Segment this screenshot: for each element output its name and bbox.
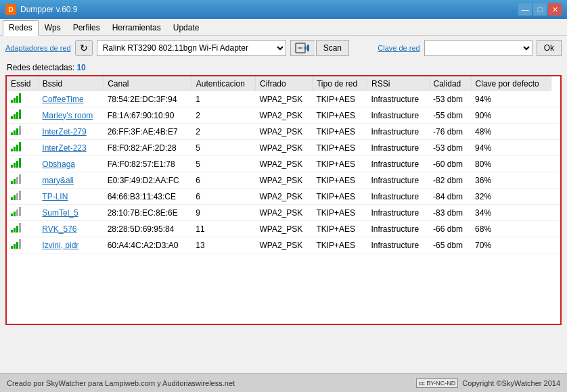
table-row[interactable]: TP-LIN64:66:B3:11:43:CE6WPA2_PSKTKIP+AES… — [7, 189, 560, 205]
maximize-button[interactable]: □ — [533, 3, 547, 16]
signal-cell — [7, 156, 38, 172]
bssid-cell: F8:F0:82:AF:2D:28 — [104, 140, 192, 156]
canal-cell: 9 — [191, 205, 255, 221]
bssid-cell: E0:3F:49:D2:AA:FC — [104, 172, 192, 189]
calidad-cell: 70% — [471, 237, 551, 253]
bssid-cell: 26:FF:3F:AE:4B:E7 — [104, 124, 192, 140]
rssi-cell: -53 dbm — [429, 140, 471, 156]
calidad-cell: 94% — [471, 140, 551, 156]
col-header-autenticacion: Autenticacion — [191, 76, 255, 91]
col-header-rssi: RSSi — [367, 76, 430, 91]
footer-right: cc BY-NC-ND Copyright ©SkyWatcher 2014 — [416, 378, 560, 388]
essid-cell[interactable]: Obshaga — [38, 156, 103, 172]
footer-copyright: Copyright ©SkyWatcher 2014 — [462, 379, 560, 387]
menu-item-herramientas[interactable]: Herramientas — [106, 20, 167, 35]
rssi-cell: -55 dbm — [429, 107, 471, 124]
essid-cell[interactable]: TP-LIN — [38, 189, 103, 205]
clave-cell — [551, 140, 560, 156]
canal-cell: 5 — [191, 156, 255, 172]
bssid-cell: F8:1A:67:90:10:90 — [104, 107, 192, 124]
network-table: EssidBssidCanalAutenticacionCifradoTipo … — [7, 76, 560, 253]
scan-button[interactable]: Scan — [316, 40, 349, 56]
auth-cell: WPA2_PSK — [255, 156, 312, 172]
close-button[interactable]: ✕ — [548, 3, 562, 16]
canal-cell: 6 — [191, 172, 255, 189]
signal-cell — [7, 91, 38, 107]
calidad-cell: 68% — [471, 221, 551, 237]
table-row[interactable]: mary&aliE0:3F:49:D2:AA:FC6WPA2_PSKTKIP+A… — [7, 172, 560, 189]
tipo-cell: Infrastructure — [367, 91, 430, 107]
essid-cell[interactable]: RVK_576 — [38, 221, 103, 237]
menu-item-wps[interactable]: Wps — [39, 20, 67, 35]
footer: Creado por SkyWatcher para Lampiweb.com … — [0, 373, 567, 392]
essid-cell[interactable]: InterZet-223 — [38, 140, 103, 156]
table-row[interactable]: InterZet-223F8:F0:82:AF:2D:285WPA2_PSKTK… — [7, 140, 560, 156]
tipo-cell: Infrastructure — [367, 156, 430, 172]
rssi-cell: -84 dbm — [429, 189, 471, 205]
auth-cell: WPA2_PSK — [255, 91, 312, 107]
minimize-button[interactable]: — — [518, 3, 532, 16]
cifrado-cell: TKIP+AES — [312, 205, 367, 221]
table-row[interactable]: InterZet-27926:FF:3F:AE:4B:E72WPA2_PSKTK… — [7, 124, 560, 140]
clave-cell — [551, 237, 560, 253]
ok-button[interactable]: Ok — [537, 40, 562, 56]
signal-icon — [11, 109, 21, 119]
auth-cell: WPA2_PSK — [255, 237, 312, 253]
signal-icon — [11, 142, 21, 151]
auth-cell: WPA2_PSK — [255, 140, 312, 156]
table-row[interactable]: RVK_57628:28:5D:69:95:8411WPA2_PSKTKIP+A… — [7, 221, 560, 237]
clave-cell — [551, 124, 560, 140]
menu-item-update[interactable]: Update — [167, 20, 206, 35]
cifrado-cell: TKIP+AES — [312, 124, 367, 140]
refresh-button[interactable]: ↻ — [75, 40, 93, 56]
col-header-tipo-de-red: Tipo de red — [312, 76, 367, 91]
rssi-cell: -83 dbm — [429, 205, 471, 221]
scan-icon — [290, 40, 315, 56]
menu-item-redes[interactable]: Redes — [3, 20, 39, 36]
table-row[interactable]: Izvini, pidr60:A4:4C:A2:D3:A013WPA2_PSKT… — [7, 237, 560, 253]
menu-item-perfiles[interactable]: Perfiles — [67, 20, 106, 35]
clave-cell — [551, 172, 560, 189]
essid-cell[interactable]: mary&ali — [38, 172, 103, 189]
canal-cell: 11 — [191, 221, 255, 237]
key-select[interactable] — [424, 40, 532, 56]
essid-cell[interactable]: CoffeeTime — [38, 91, 103, 107]
signal-icon — [11, 93, 21, 103]
cifrado-cell: TKIP+AES — [312, 189, 367, 205]
auth-cell: WPA2_PSK — [255, 107, 312, 124]
tipo-cell: Infrastructure — [367, 237, 430, 253]
auth-cell: WPA2_PSK — [255, 172, 312, 189]
signal-icon — [11, 191, 21, 200]
tipo-cell: Infrastructure — [367, 124, 430, 140]
calidad-cell: 36% — [471, 172, 551, 189]
essid-cell[interactable]: Marley's room — [38, 107, 103, 124]
essid-cell[interactable]: InterZet-279 — [38, 124, 103, 140]
auth-cell: WPA2_PSK — [255, 205, 312, 221]
detected-label: Redes detectadas: — [7, 63, 74, 72]
cifrado-cell: TKIP+AES — [312, 91, 367, 107]
tipo-cell: Infrastructure — [367, 189, 430, 205]
clave-cell — [551, 107, 560, 124]
table-row[interactable]: Marley's roomF8:1A:67:90:10:902WPA2_PSKT… — [7, 107, 560, 124]
table-row[interactable]: ObshagaFA:F0:82:57:E1:785WPA2_PSKTKIP+AE… — [7, 156, 560, 172]
signal-cell — [7, 172, 38, 189]
calidad-cell: 94% — [471, 91, 551, 107]
table-row[interactable]: CoffeeTime78:54:2E:DC:3F:941WPA2_PSKTKIP… — [7, 91, 560, 107]
adapter-label[interactable]: Adaptadores de red — [5, 44, 71, 52]
canal-cell: 13 — [191, 237, 255, 253]
essid-cell[interactable]: Izvini, pidr — [38, 237, 103, 253]
tipo-cell: Infrastructure — [367, 221, 430, 237]
network-table-container: EssidBssidCanalAutenticacionCifradoTipo … — [5, 75, 562, 325]
bssid-cell: FA:F0:82:57:E1:78 — [104, 156, 192, 172]
clave-cell — [551, 189, 560, 205]
adapter-select[interactable]: Ralink RT3290 802.11bgn Wi-Fi Adapter — [97, 40, 286, 56]
calidad-cell: 90% — [471, 107, 551, 124]
rssi-cell: -53 dbm — [429, 91, 471, 107]
calidad-cell: 34% — [471, 205, 551, 221]
signal-cell — [7, 237, 38, 253]
table-row[interactable]: SumTel_528:10:7B:EC:8E:6E9WPA2_PSKTKIP+A… — [7, 205, 560, 221]
rssi-cell: -82 dbm — [429, 172, 471, 189]
essid-cell[interactable]: SumTel_5 — [38, 205, 103, 221]
toolbar-left: Adaptadores de red ↻ Ralink RT3290 802.1… — [5, 40, 372, 56]
key-label[interactable]: Clave de red — [378, 44, 419, 52]
